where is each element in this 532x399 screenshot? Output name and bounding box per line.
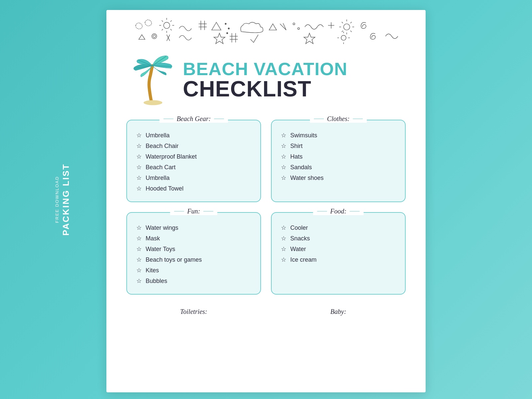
svg-line-6	[171, 29, 172, 31]
item-label: Water shoes	[290, 175, 324, 182]
title-line-right	[214, 119, 224, 119]
list-item: ☆Bubbles	[136, 277, 251, 285]
svg-point-16	[226, 33, 228, 34]
sidebar-packing-list: FREE DOWNLOAD PACKING LIST	[55, 163, 71, 236]
svg-point-34	[152, 34, 157, 39]
item-label: Kites	[146, 267, 159, 274]
title-line2: CHECKLIST	[183, 78, 347, 100]
item-label: Waterproof Blanket	[146, 153, 197, 160]
svg-line-30	[350, 31, 352, 32]
item-label: Water Toys	[146, 246, 175, 253]
list-item: ☆Hats	[281, 153, 396, 160]
svg-point-41	[341, 35, 346, 40]
star-icon: ☆	[281, 164, 286, 171]
item-label: Ice cream	[290, 256, 317, 263]
doodle-header	[126, 10, 406, 53]
list-item: ☆Water shoes	[281, 174, 396, 182]
item-label: Shirt	[290, 143, 303, 150]
list-item: ☆Umbrella	[136, 174, 251, 182]
svg-marker-17	[269, 24, 276, 30]
item-label: Umbrella	[146, 175, 170, 182]
fun-title: Fun:	[187, 207, 200, 215]
svg-line-18	[280, 24, 286, 30]
beach-gear-title-wrap: Beach Gear:	[159, 115, 228, 123]
list-item: ☆Sandals	[281, 164, 396, 171]
fun-section: Fun: ☆Water wings ☆Mask ☆Water Toys ☆Bea…	[126, 212, 261, 295]
title-line1: BEACH VACATION	[183, 60, 347, 78]
star-icon: ☆	[281, 132, 286, 139]
svg-line-32	[350, 22, 352, 23]
item-label: Snacks	[290, 235, 310, 242]
item-label: Hooded Towel	[146, 185, 184, 192]
title-line-left	[317, 211, 327, 211]
list-item: ☆Water Toys	[136, 245, 251, 253]
title-line-right	[203, 211, 213, 211]
star-icon: ☆	[281, 153, 286, 160]
star-icon: ☆	[136, 174, 142, 182]
svg-point-21	[298, 28, 300, 30]
fun-title-wrap: Fun:	[170, 207, 217, 215]
svg-line-29	[342, 22, 343, 23]
item-label: Beach Chair	[146, 143, 179, 150]
food-section: Food: ☆Cooler ☆Snacks ☆Water ☆Ice cream	[271, 212, 406, 295]
checklist-grid: Beach Gear: ☆Umbrella ☆Beach Chair ☆Wate…	[126, 120, 406, 295]
list-item: ☆Water	[281, 245, 396, 253]
list-item: ☆Water wings	[136, 224, 251, 231]
svg-point-0	[164, 22, 170, 29]
star-icon: ☆	[136, 277, 142, 285]
svg-marker-13	[212, 22, 221, 30]
list-item: ☆Umbrella	[136, 132, 251, 139]
star-icon: ☆	[136, 256, 142, 263]
svg-point-20	[293, 23, 295, 25]
main-card: BEACH VACATION CHECKLIST Beach Gear: ☆Um…	[106, 10, 426, 392]
star-icon: ☆	[281, 224, 286, 231]
list-item: ☆Hooded Towel	[136, 185, 251, 192]
svg-point-24	[343, 24, 350, 30]
star-icon: ☆	[136, 185, 142, 192]
bottom-sections: Toiletries: Baby:	[126, 305, 406, 319]
svg-point-46	[144, 100, 162, 105]
list-item: ☆Kites	[136, 267, 251, 274]
item-label: Umbrella	[146, 132, 170, 139]
clothes-title: Clothes:	[327, 115, 350, 123]
beach-gear-title: Beach Gear:	[177, 115, 211, 123]
svg-point-15	[228, 28, 229, 29]
list-item: ☆Shirt	[281, 142, 396, 150]
star-icon: ☆	[136, 153, 142, 160]
list-item: ☆Beach toys or games	[136, 256, 251, 263]
star-icon: ☆	[136, 164, 142, 171]
sidebar-free-label: FREE DOWNLOAD	[55, 176, 60, 223]
svg-line-19	[283, 23, 286, 30]
palm-tree-icon	[130, 53, 176, 106]
title-line-left	[174, 211, 184, 211]
svg-line-8	[171, 20, 172, 22]
svg-line-31	[342, 31, 343, 32]
toiletries-title-area: Toiletries:	[126, 305, 261, 316]
title-text: BEACH VACATION CHECKLIST	[183, 60, 347, 100]
star-icon: ☆	[281, 235, 286, 242]
title-line-left	[314, 119, 324, 119]
item-label: Sandals	[290, 164, 312, 171]
star-icon: ☆	[281, 174, 286, 182]
list-item: ☆Beach Cart	[136, 164, 251, 171]
item-label: Beach Cart	[146, 164, 176, 171]
svg-line-7	[162, 29, 163, 31]
clothes-title-wrap: Clothes:	[310, 115, 367, 123]
item-label: Water wings	[146, 224, 178, 231]
clothes-section: Clothes: ☆Swimsuits ☆Shirt ☆Hats ☆Sandal…	[271, 120, 406, 202]
list-item: ☆Snacks	[281, 235, 396, 242]
item-label: Mask	[146, 235, 160, 242]
food-title-wrap: Food:	[313, 207, 364, 215]
title-line-left	[163, 119, 173, 119]
svg-point-33	[153, 35, 155, 37]
star-icon: ☆	[136, 224, 142, 231]
baby-title-area: Baby:	[271, 305, 406, 316]
svg-point-14	[225, 23, 226, 25]
beach-gear-list: ☆Umbrella ☆Beach Chair ☆Waterproof Blank…	[136, 132, 251, 192]
food-list: ☆Cooler ☆Snacks ☆Water ☆Ice cream	[281, 224, 396, 263]
item-label: Swimsuits	[290, 132, 317, 139]
item-label: Cooler	[290, 224, 308, 231]
list-item: ☆Waterproof Blanket	[136, 153, 251, 160]
star-icon: ☆	[136, 245, 142, 253]
title-line-right	[353, 119, 363, 119]
